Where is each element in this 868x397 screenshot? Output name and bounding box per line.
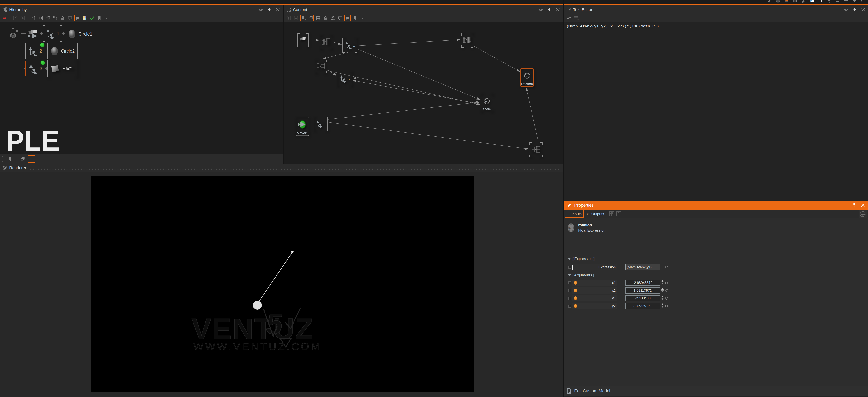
expression-group-header[interactable]: Expression: [568, 257, 595, 261]
move-down-button[interactable]: [20, 15, 26, 21]
swatch-orange-icon[interactable]: [784, 0, 789, 3]
arrows-h-icon[interactable]: [843, 0, 849, 3]
multi-user-button[interactable]: [330, 15, 336, 21]
arg-name-field[interactable]: x1: [572, 280, 617, 286]
drag-strip[interactable]: [30, 166, 559, 169]
hierarchy-titlebar[interactable]: Hierarchy: [0, 5, 283, 14]
collapse-icon[interactable]: [568, 274, 571, 276]
arg-value-field[interactable]: -2.409433: [625, 295, 660, 301]
reset-icon[interactable]: [664, 297, 668, 300]
node-colors-button[interactable]: [82, 15, 88, 21]
move-down-button[interactable]: [293, 15, 299, 21]
footer-drag-handle[interactable]: [2, 156, 4, 163]
reset-icon[interactable]: [664, 289, 668, 292]
text-editor-body[interactable]: (Math.Atan2(y1-y2, x1-x2))*(180/Math.PI): [564, 22, 868, 201]
isolate-subtree-button[interactable]: [30, 15, 36, 21]
graph-node-layers1[interactable]: [298, 33, 309, 47]
drag-strip[interactable]: [30, 8, 255, 11]
eye-button[interactable]: [538, 7, 543, 12]
collapse-icon[interactable]: [568, 258, 571, 260]
validate-button[interactable]: [89, 15, 95, 21]
value-monitor-button[interactable]: [859, 210, 867, 218]
bookmarks-menu-button[interactable]: [359, 15, 365, 21]
word-wrap-button[interactable]: [573, 15, 579, 21]
pin-button[interactable]: [267, 7, 272, 12]
render-viewport[interactable]: VENTUZ 5 WWW.VENTUZ.COM: [91, 176, 474, 392]
graph-node-2[interactable]: 2: [314, 117, 328, 131]
tree-shape-node-circle2[interactable]: Circle2: [48, 43, 78, 59]
lock-button[interactable]: [322, 15, 329, 21]
show-layers-button[interactable]: [308, 15, 314, 21]
arg-checkbox[interactable]: [568, 297, 571, 300]
circle-dashed-icon[interactable]: [860, 0, 866, 3]
stack-view-icon[interactable]: [616, 211, 621, 217]
expression-name-field[interactable]: Expression: [572, 264, 617, 270]
arg-value-field[interactable]: 3.77325177: [625, 303, 660, 309]
graph-node-rotation[interactable]: fxrotation: [521, 68, 534, 87]
value-stepper[interactable]: [661, 303, 664, 307]
comments-visible-button[interactable]: [74, 15, 81, 21]
graph-node-matrix4[interactable]: [529, 142, 542, 157]
pin-button[interactable]: [852, 7, 857, 12]
reset-icon[interactable]: [664, 281, 668, 285]
value-stepper[interactable]: [661, 280, 664, 284]
graph-node-scale[interactable]: fxscale: [480, 94, 493, 112]
pin-button[interactable]: [547, 7, 552, 12]
plus-icon[interactable]: [852, 0, 858, 3]
tab-outputs[interactable]: 0 Outputs: [585, 210, 606, 218]
group-nodes-button[interactable]: [37, 15, 44, 21]
graph-node-matrix2[interactable]: [315, 60, 327, 73]
comments-visible-button[interactable]: [344, 15, 351, 21]
pencil-icon[interactable]: [767, 0, 772, 3]
eye-button[interactable]: [258, 7, 264, 12]
expression-value-field[interactable]: (Math.Atan2(y1-... ...: [625, 264, 660, 270]
value-stepper[interactable]: [661, 288, 664, 292]
bookmarks-tab-button[interactable]: [6, 155, 13, 163]
expression-code[interactable]: (Math.Atan2(y1-y2, x1-x2))*(180/Math.PI): [566, 24, 659, 28]
comments-button[interactable]: [67, 15, 73, 21]
contrast-icon[interactable]: [818, 0, 824, 3]
bars-icon[interactable]: [792, 0, 798, 3]
graph-node-Mover2[interactable]: Mover2: [296, 117, 309, 136]
bookmarks-button[interactable]: [352, 15, 358, 21]
drag-strip[interactable]: [596, 8, 840, 11]
renderer-titlebar[interactable]: Renderer: [0, 164, 563, 172]
font-size-button[interactable]: [566, 15, 572, 21]
content-titlebar[interactable]: Content: [284, 5, 563, 14]
grid-snap-button[interactable]: [315, 15, 321, 21]
arg-checkbox[interactable]: [568, 289, 571, 292]
value-stepper[interactable]: [661, 296, 664, 300]
move-up-button[interactable]: [286, 15, 292, 21]
expression-checkbox[interactable]: [568, 266, 571, 269]
graph-node-3[interactable]: 3: [337, 71, 352, 86]
arguments-group-header[interactable]: Arguments: [568, 273, 594, 277]
tree-root-node[interactable]: [10, 27, 21, 39]
show-layers-button[interactable]: [45, 15, 51, 21]
graph-node-matrix1[interactable]: [320, 35, 332, 49]
split-view-icon[interactable]: [609, 211, 614, 217]
text-editor-titlebar[interactable]: Text Editor: [564, 5, 868, 14]
arg-checkbox[interactable]: [568, 282, 571, 284]
close-button[interactable]: [861, 7, 866, 12]
arg-checkbox[interactable]: [568, 305, 571, 307]
comments-button[interactable]: [337, 15, 343, 21]
close-button[interactable]: [555, 7, 560, 12]
arg-name-field[interactable]: y2: [572, 303, 617, 309]
follow-selection-button[interactable]: [2, 15, 8, 21]
splitter-content-right[interactable]: [563, 0, 564, 397]
properties-titlebar[interactable]: Properties: [564, 201, 868, 210]
show-subtree-button[interactable]: [52, 15, 58, 21]
paint-blue-icon[interactable]: [809, 0, 815, 3]
close-button[interactable]: [860, 203, 865, 208]
close-button[interactable]: [275, 7, 280, 12]
reset-icon[interactable]: [664, 304, 668, 308]
eraser-icon[interactable]: [801, 0, 806, 3]
splitter-hierarchy-content[interactable]: [283, 5, 284, 164]
pin-button[interactable]: [852, 203, 857, 208]
edit-custom-model-bar[interactable]: Edit Custom Model: [564, 386, 868, 396]
hierarchy-tab-button[interactable]: [28, 155, 35, 163]
show-nodes-button[interactable]: [300, 15, 307, 21]
tree-shape-node-rect1[interactable]: Rect1: [48, 60, 78, 77]
tree-layers-node[interactable]: [26, 26, 40, 41]
tree-shape-node-circle1[interactable]: Circle1: [65, 26, 95, 42]
